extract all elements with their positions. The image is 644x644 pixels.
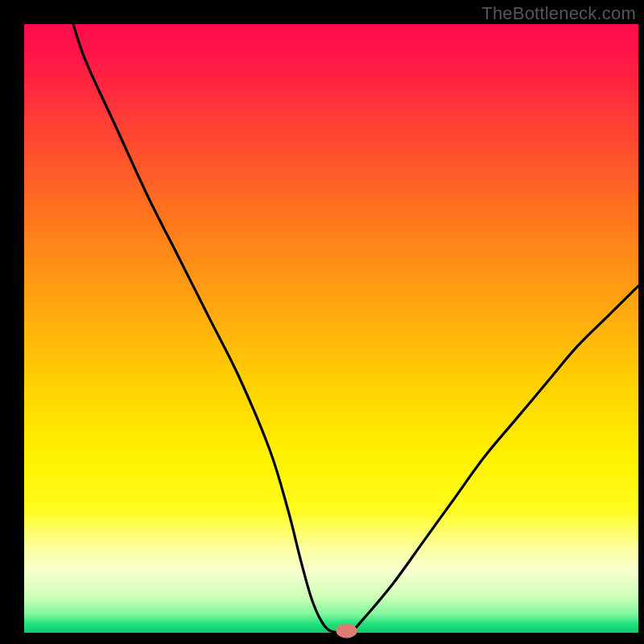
watermark-text: TheBottleneck.com — [481, 3, 636, 24]
bottleneck-chart — [0, 0, 644, 644]
chart-frame: TheBottleneck.com — [0, 0, 644, 644]
optimal-point-marker — [336, 624, 357, 638]
gradient-background — [24, 24, 638, 633]
